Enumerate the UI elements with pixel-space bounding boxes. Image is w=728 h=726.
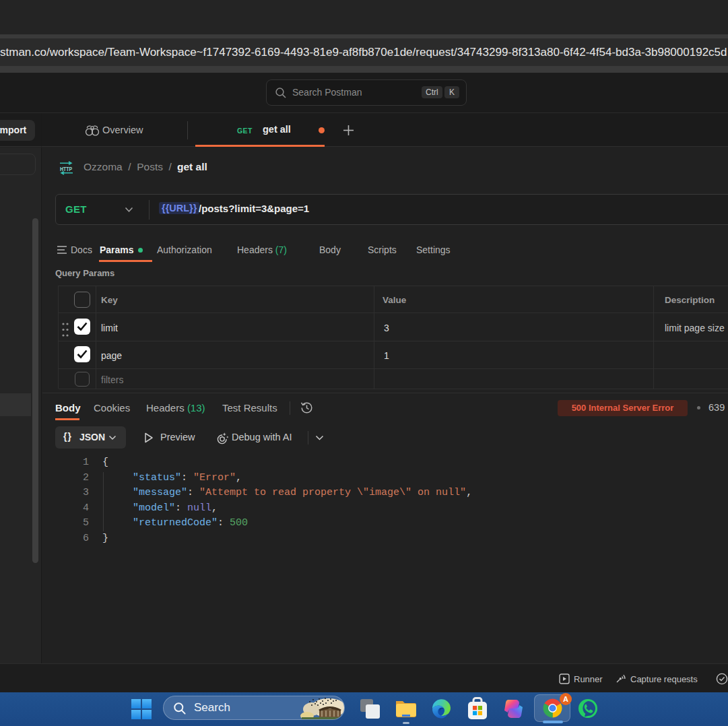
svg-text:HTTP: HTTP xyxy=(60,165,72,172)
